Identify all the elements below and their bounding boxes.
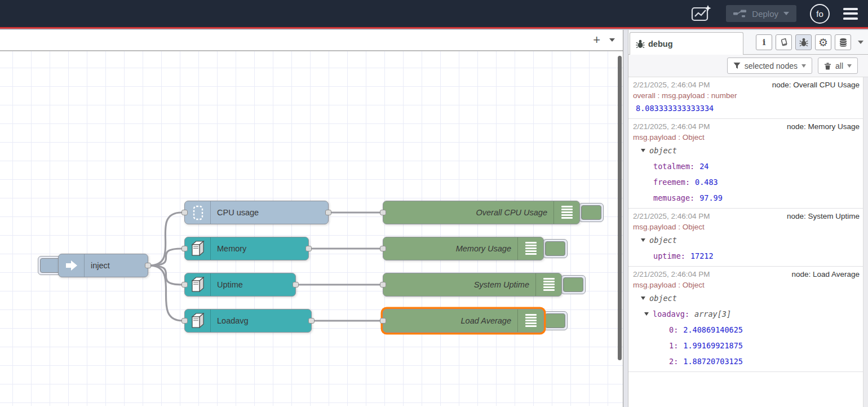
add-flow-button[interactable]: + — [593, 34, 600, 46]
node-memory[interactable]: Memory — [184, 237, 309, 260]
message-timestamp: 2/21/2025, 2:46:04 PM — [633, 79, 710, 90]
node-debug-memory-usage[interactable]: Memory Usage — [383, 237, 544, 260]
node-debug-load-average[interactable]: Load Average — [383, 309, 544, 333]
flow-assistant-icon[interactable] — [691, 5, 712, 23]
node-debug-system-uptime[interactable]: System Uptime — [383, 273, 562, 297]
debug-clear-button[interactable]: all — [818, 57, 858, 74]
node-label: Loadavg — [211, 316, 255, 325]
node-cpu-usage[interactable]: CPU usage — [184, 201, 329, 224]
debug-filter-button[interactable]: selected nodes — [727, 57, 812, 74]
flow-canvas[interactable]: inject CPU usage — [0, 51, 623, 406]
output-port[interactable] — [308, 318, 315, 324]
collapse-arrow-icon[interactable] — [644, 312, 649, 316]
debug-toggle-face — [545, 241, 565, 256]
info-tab-button[interactable]: i — [756, 34, 772, 50]
sidebar-tabbar: debug i — [628, 30, 868, 55]
funnel-icon — [733, 62, 741, 69]
input-port[interactable] — [380, 210, 386, 215]
chevron-down-icon — [609, 38, 615, 42]
node-label: inject — [85, 261, 116, 270]
deploy-button[interactable]: Deploy — [726, 5, 796, 22]
message-path: overall : msg.payload : number — [633, 90, 861, 101]
bug-icon — [636, 39, 645, 48]
debug-toggle-button[interactable] — [543, 239, 568, 258]
config-tab-button[interactable]: ⚙ — [815, 34, 831, 50]
header: Deploy fo — [0, 0, 868, 27]
deploy-label: Deploy — [752, 9, 778, 19]
node-uptime[interactable]: Uptime — [184, 273, 296, 297]
collapse-arrow-icon[interactable] — [641, 238, 645, 242]
menu-icon[interactable] — [843, 8, 858, 20]
chevron-down-icon — [847, 64, 852, 68]
output-port[interactable] — [293, 282, 299, 287]
debug-toggle-button[interactable] — [579, 203, 604, 222]
help-tab-button[interactable] — [776, 34, 792, 50]
server-icon — [185, 237, 211, 260]
user-avatar[interactable]: fo — [810, 4, 830, 24]
message-source-node: node: System Uptime — [787, 211, 861, 222]
message-timestamp: 2/21/2025, 2:46:04 PM — [633, 121, 710, 132]
input-port[interactable] — [181, 318, 188, 324]
node-inject[interactable]: inject — [58, 254, 148, 277]
message-source-node: node: Overall CPU Usage — [772, 79, 861, 90]
output-port[interactable] — [325, 210, 331, 215]
node-debug-overall-cpu[interactable]: Overall CPU Usage — [383, 201, 580, 224]
message-source-node: node: Memory Usage — [787, 121, 861, 132]
debug-filter-label: selected nodes — [745, 61, 798, 70]
sidebar: debug i — [628, 30, 868, 407]
input-port[interactable] — [380, 318, 386, 324]
json-key: uptime — [653, 248, 685, 264]
message-timestamp: 2/21/2025, 2:46:04 PM — [633, 269, 710, 280]
output-port[interactable] — [305, 246, 312, 251]
collapse-arrow-icon[interactable] — [641, 297, 645, 300]
bug-icon — [799, 38, 808, 47]
sidebar-expand-caret-icon[interactable] — [858, 41, 863, 44]
server-icon — [185, 273, 211, 296]
node-label: Memory — [211, 244, 253, 253]
sidebar-splitter[interactable] — [623, 30, 628, 407]
node-label: Load Average — [383, 316, 517, 325]
input-port[interactable] — [181, 282, 188, 287]
output-port[interactable] — [145, 263, 151, 268]
debug-toggle-face — [545, 313, 565, 328]
json-key: 2 — [669, 353, 678, 369]
message-value: 8.083333333333334 — [633, 101, 861, 116]
collapse-arrow-icon[interactable] — [641, 149, 645, 152]
book-icon — [780, 38, 789, 47]
debug-toggle-button[interactable] — [561, 275, 586, 294]
input-port[interactable] — [181, 210, 188, 215]
node-label: Uptime — [211, 280, 249, 289]
json-value: 0.483 — [695, 174, 718, 190]
info-icon: i — [763, 37, 766, 47]
json-row: uptime 17212 — [633, 248, 861, 264]
json-object-label: object — [649, 232, 677, 248]
database-icon — [839, 38, 848, 47]
canvas-vertical-scrollbar[interactable] — [618, 56, 622, 360]
context-tab-button[interactable] — [835, 34, 851, 50]
sidebar-scrollbar-track[interactable] — [863, 77, 868, 407]
input-port[interactable] — [380, 246, 386, 251]
node-loadavg[interactable]: Loadavg — [184, 309, 312, 333]
node-label: CPU usage — [211, 208, 265, 217]
debug-message-list: 2/21/2025, 2:46:04 PM node: Overall CPU … — [628, 77, 868, 407]
flow-list-button[interactable] — [609, 38, 615, 42]
debug-tab-button[interactable] — [795, 34, 812, 50]
tab-debug-label: debug — [648, 39, 673, 48]
json-array-type: array[3] — [694, 306, 731, 322]
workspace: + — [0, 30, 623, 407]
gear-icon: ⚙ — [818, 37, 828, 48]
debug-list-icon — [553, 201, 579, 224]
input-port[interactable] — [181, 246, 188, 251]
debug-toggle-button[interactable] — [543, 311, 568, 330]
avatar-initials: fo — [816, 9, 823, 19]
debug-toggle-face — [581, 205, 601, 220]
json-value: 97.99 — [699, 190, 723, 206]
deploy-caret-icon[interactable] — [783, 12, 789, 15]
json-row: memusage 97.99 — [633, 190, 861, 206]
sidebar-toolbar: i — [756, 34, 868, 54]
json-row: 1 1.99169921875 — [633, 338, 861, 353]
input-port[interactable] — [380, 282, 386, 287]
tab-debug[interactable]: debug — [630, 32, 743, 55]
json-value: 1.99169921875 — [683, 338, 743, 353]
json-value: 24 — [699, 158, 708, 174]
